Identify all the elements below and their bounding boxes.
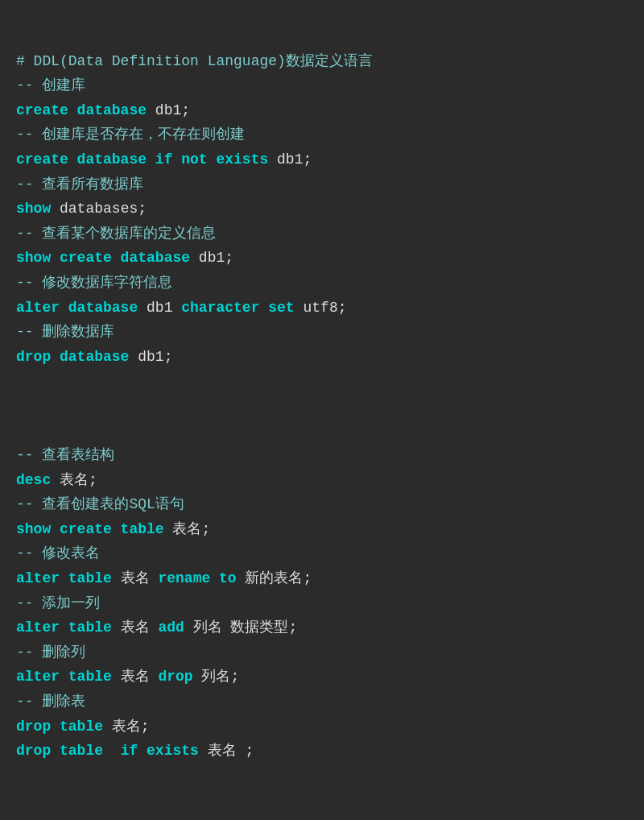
keyword: character set [181,300,294,316]
keyword: show [16,201,51,217]
code-line: -- 修改表名 [16,541,628,566]
keyword: drop table [16,743,103,759]
normal-text: 列名; [193,669,240,685]
code-line: show databases; [16,197,628,222]
normal-text: databases; [51,201,147,217]
code-line: drop table 表名; [16,714,628,739]
code-line: # DDL(Data Definition Language)数据定义语言 [16,49,628,74]
keyword: if exists [121,743,199,759]
keyword: drop database [16,349,129,365]
keyword: alter table [16,669,112,685]
code-line: show create table 表名; [16,517,628,542]
code-line: -- 修改数据库字符信息 [16,271,628,296]
code-line: -- 删除数据库 [16,320,628,345]
code-line: create database db1; [16,98,628,123]
keyword: add [158,619,184,636]
code-line: -- 创建库 [16,73,628,98]
code-line [16,394,628,419]
normal-text: db1; [129,349,172,365]
normal-text: 表名; [51,472,97,488]
code-line: alter database db1 character set utf8; [16,296,628,321]
code-line: alter table 表名 drop 列名; [16,665,628,690]
code-line: -- 查看某个数据库的定义信息 [16,222,628,246]
code-line: create database if not exists db1; [16,147,628,172]
keyword: alter table [16,570,112,586]
keyword: show create table [16,521,164,537]
normal-text: db1 [138,300,181,316]
code-line: drop table if exists 表名 ; [16,739,628,764]
normal-text: utf8; [295,300,347,316]
normal-text: 表名 ; [199,743,254,759]
normal-text: 表名 [112,669,159,685]
code-line: alter table 表名 rename to 新的表名; [16,566,628,591]
normal-text [103,743,121,759]
keyword: create database if not exists [16,151,268,168]
normal-text: 表名 [112,619,159,636]
code-line: -- 查看表结构 [16,443,628,468]
normal-text: db1; [268,151,312,168]
normal-text: 表名 [112,570,159,586]
keyword: alter database [16,300,138,316]
keyword: drop table [16,719,103,735]
code-line: desc 表名; [16,468,628,493]
keyword: desc [16,472,51,488]
keyword: alter table [16,619,112,636]
keyword: create database [16,102,147,118]
code-line: -- 创建库是否存在，不存在则创建 [16,122,628,147]
keyword: drop [158,669,192,685]
code-line: -- 添加一列 [16,591,628,616]
normal-text: 列名 数据类型; [184,619,297,636]
code-line: -- 删除列 [16,640,628,665]
code-editor: # DDL(Data Definition Language)数据定义语言-- … [16,24,628,764]
keyword: rename to [158,570,236,586]
code-line: drop database db1; [16,345,628,370]
normal-text: 表名; [103,719,150,735]
normal-text: 新的表名; [237,570,312,586]
normal-text: 表名; [164,521,211,537]
code-line: alter table 表名 add 列名 数据类型; [16,615,628,640]
keyword: show create database [16,250,190,266]
normal-text: db1; [190,250,233,266]
code-line: -- 查看所有数据库 [16,172,628,197]
code-line: show create database db1; [16,246,628,271]
code-line [16,419,628,444]
code-line: -- 查看创建表的SQL语句 [16,492,628,517]
code-line: -- 删除表 [16,690,628,714]
code-line [16,369,628,394]
normal-text: db1; [147,102,190,118]
